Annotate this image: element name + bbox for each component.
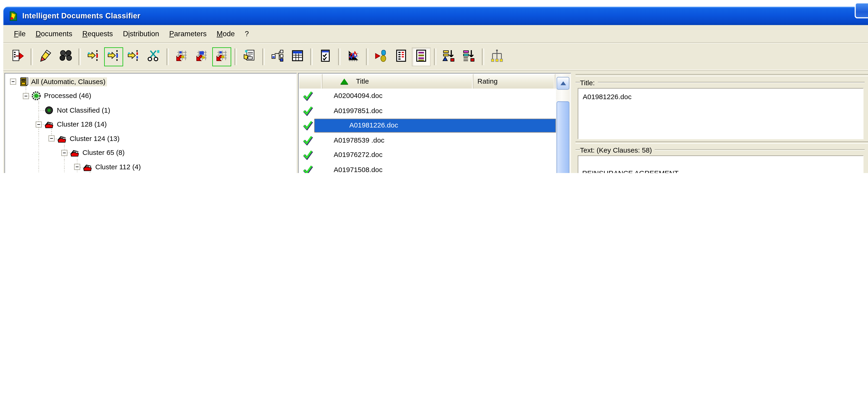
- toolbar-button-notes-hand[interactable]: [240, 47, 259, 66]
- menu-item-[interactable]: ?: [240, 27, 254, 40]
- chevron-up-icon: [560, 81, 566, 85]
- toolbar-button-distribution-tree[interactable]: [488, 47, 506, 66]
- toolbar-button-run-process[interactable]: [372, 47, 391, 66]
- toolbar-button-classify-pointer-plain[interactable]: [124, 47, 143, 66]
- toolbar-button-classify-pointer-red[interactable]: [84, 47, 103, 66]
- scrollbar-thumb[interactable]: [557, 101, 569, 173]
- scrollbar-up-button[interactable]: [557, 77, 569, 90]
- menu-item-documents[interactable]: Documents: [31, 27, 77, 40]
- menu-item-file[interactable]: File: [9, 27, 30, 40]
- menu-item-parameters[interactable]: Parameters: [164, 27, 212, 40]
- tree-expander-minus[interactable]: [35, 121, 41, 127]
- toolbar-button-matrix-red-arrow[interactable]: [172, 47, 191, 66]
- list-report-icon: [395, 49, 408, 64]
- toolbar-separator: [310, 48, 313, 65]
- text-group-header: Text: (Key Clauses: 58): [576, 145, 868, 154]
- tree-item[interactable]: Cluster 128 (14): [5, 117, 297, 131]
- checklist-icon: [318, 49, 332, 64]
- toolbar-button-matrix-blue[interactable]: [192, 47, 211, 66]
- cluster-books-icon: [44, 120, 54, 129]
- window-control-button-partial[interactable]: [855, 2, 868, 19]
- toolbar-button-checklist[interactable]: [316, 47, 335, 66]
- list-item[interactable]: A01997851.doc: [299, 103, 556, 118]
- tree-expander-minus[interactable]: [48, 136, 54, 142]
- cabinet-icon: [18, 77, 28, 86]
- list-item[interactable]: A01976272.doc: [299, 148, 556, 162]
- toolbar-separator: [338, 48, 340, 65]
- column-header-title-label: Title: [356, 77, 369, 85]
- checkmark-icon: [303, 135, 313, 145]
- list-item[interactable]: A01971508.doc: [299, 162, 556, 173]
- toolbar-button-classify-pointer-blue[interactable]: [104, 47, 123, 66]
- toolbar-button-list-report[interactable]: [392, 47, 411, 66]
- toolbar-separator: [166, 48, 169, 65]
- list-item-title: A02004094.doc: [334, 92, 382, 100]
- selected-row-highlight: A01981226.doc: [314, 119, 556, 132]
- tree-guide-line: [64, 160, 65, 173]
- list-item-title: A01981226.doc: [349, 122, 398, 129]
- list-vertical-scrollbar[interactable]: [556, 74, 570, 173]
- tree-item[interactable]: Cluster 112 (4): [5, 160, 297, 173]
- window-titlebar[interactable]: Intelligent Documents Classifier: [3, 7, 868, 25]
- document-list: A02004094.docA01997851.docA01981226.docA…: [299, 88, 556, 173]
- matrix-blue-icon: [195, 49, 209, 64]
- app-window: Intelligent Documents Classifier FileDoc…: [0, 0, 868, 173]
- text-group-label: Text: (Key Clauses: 58): [580, 147, 655, 154]
- run-process-icon: [374, 49, 388, 64]
- list-item-title: A01997851.doc: [334, 107, 382, 115]
- tree-item[interactable]: Not Classified (1): [5, 103, 297, 117]
- column-header-title[interactable]: Title: [322, 74, 473, 88]
- tree-item-label: Not Classified (1): [55, 106, 112, 115]
- toolbar-button-matrix-green[interactable]: [212, 47, 231, 66]
- title-field-value: A01981226.doc: [583, 93, 631, 101]
- toolbar-button-sort-transfer[interactable]: [440, 47, 459, 66]
- checkmark-icon: [303, 121, 313, 130]
- tree-expander-minus[interactable]: [61, 150, 67, 156]
- hierarchy-icon: [271, 49, 284, 64]
- toolbar-separator: [79, 48, 81, 65]
- tree-item[interactable]: Processed (46): [5, 89, 297, 103]
- menu-item-requests[interactable]: Requests: [77, 27, 118, 40]
- tree-item-label: All (Automatic, Clauses): [30, 77, 107, 86]
- list-item[interactable]: A02004094.doc: [299, 88, 556, 103]
- toolbar: [3, 42, 868, 70]
- toolbar-button-cut-scissors[interactable]: [144, 47, 163, 66]
- processed-icon: [31, 91, 41, 100]
- tree-item[interactable]: Cluster 65 (8): [5, 146, 297, 160]
- cluster-books-icon: [83, 162, 92, 171]
- column-header-rating[interactable]: Rating: [473, 74, 555, 88]
- matrix-green-icon: [215, 49, 228, 64]
- text-line: [582, 159, 861, 169]
- toolbar-button-line-chart[interactable]: [344, 47, 363, 66]
- toolbar-button-table-calc[interactable]: [288, 47, 307, 66]
- toolbar-button-bar-report[interactable]: [412, 47, 431, 66]
- tree-expander-minus[interactable]: [10, 79, 16, 85]
- title-field[interactable]: A01981226.doc: [578, 88, 864, 139]
- sort-ascending-icon: [340, 79, 348, 84]
- classify-pointer-red-icon: [87, 49, 100, 64]
- toolbar-button-sort-records[interactable]: [460, 47, 478, 66]
- toolbar-separator: [366, 48, 368, 65]
- column-header-check[interactable]: [299, 74, 322, 88]
- document-list-panel: Title Rating A02004094.docA01997851.docA…: [298, 73, 571, 173]
- notes-hand-icon: [243, 49, 256, 64]
- menu-item-distribution[interactable]: Distribution: [118, 27, 164, 40]
- toolbar-button-exit[interactable]: [8, 47, 27, 66]
- tree-expander-minus[interactable]: [23, 93, 29, 99]
- menu-item-mode[interactable]: Mode: [212, 27, 240, 40]
- list-item[interactable]: A01981226.doc: [299, 118, 556, 133]
- title-group-label: Title:: [580, 79, 598, 87]
- tree-expander-minus[interactable]: [74, 164, 80, 170]
- toolbar-button-edit-pencil[interactable]: [36, 47, 55, 66]
- sort-transfer-icon: [442, 49, 456, 64]
- text-field[interactable]: REINSURANCE AGREEMENTNUMBER AB12345 ente…: [578, 155, 864, 173]
- tree-item-label: Cluster 112 (4): [94, 162, 143, 171]
- list-item[interactable]: A01978539 .doc: [299, 133, 556, 148]
- matrix-red-arrow-icon: [175, 49, 188, 64]
- toolbar-button-search-binoculars[interactable]: [56, 47, 75, 66]
- list-item-title: A01971508.doc: [334, 166, 382, 173]
- tree-item[interactable]: All (Automatic, Clauses): [5, 75, 297, 89]
- tree-item[interactable]: Cluster 124 (13): [5, 131, 297, 146]
- toolbar-button-hierarchy[interactable]: [268, 47, 287, 66]
- cluster-books-icon: [70, 148, 80, 157]
